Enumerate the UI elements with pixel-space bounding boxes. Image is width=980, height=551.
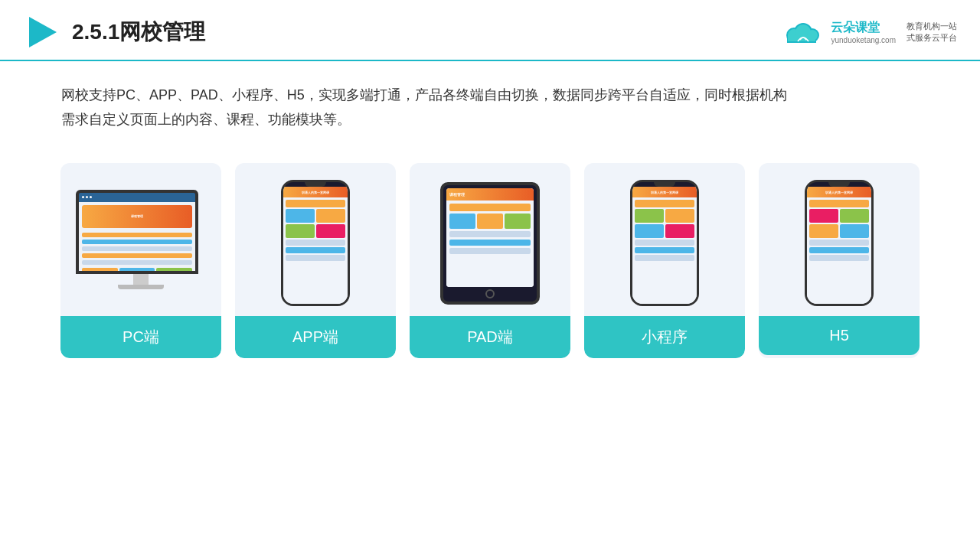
card-miniapp: 职通人的第一堂网课 <box>584 163 745 358</box>
card-pad-image: 课程管理 <box>410 163 570 316</box>
card-app: 职通人的第一堂网课 <box>235 163 396 358</box>
card-pc-label: PC端 <box>60 316 221 358</box>
card-pc-image: 课程管理 <box>60 163 221 316</box>
card-h5: 职通人的第一堂网课 <box>759 163 920 358</box>
description-line1: 网校支持PC、APP、PAD、小程序、H5，实现多端打通，产品各终端自由切换，数… <box>61 83 919 107</box>
cards-section: 课程管理 <box>0 140 980 381</box>
logo-slogan: 教育机构一站 式服务云平台 <box>906 21 957 44</box>
logo-name: 云朵课堂 <box>831 20 896 36</box>
description-area: 网校支持PC、APP、PAD、小程序、H5，实现多端打通，产品各终端自由切换，数… <box>0 61 980 140</box>
header-logo-area: 云朵课堂 yunduoketang.com 教育机构一站 式服务云平台 <box>779 18 957 46</box>
card-h5-label: H5 <box>759 316 920 355</box>
phone-app: 职通人的第一堂网课 <box>281 180 350 306</box>
pc-monitor: 课程管理 <box>76 190 206 297</box>
svg-marker-0 <box>29 17 57 47</box>
card-pad-label: PAD端 <box>410 316 570 358</box>
tablet-pad: 课程管理 <box>440 182 540 305</box>
logo-icon <box>779 18 825 46</box>
description-line2: 需求自定义页面上的内容、课程、功能模块等。 <box>61 107 919 132</box>
page-title: 2.5.1网校管理 <box>72 18 205 47</box>
card-pc: 课程管理 <box>60 163 221 358</box>
play-icon <box>23 14 60 51</box>
phone-miniapp: 职通人的第一堂网课 <box>630 180 699 306</box>
card-pad: 课程管理 PAD端 <box>410 163 570 358</box>
logo-url: yunduoketang.com <box>831 36 896 44</box>
card-app-image: 职通人的第一堂网课 <box>235 163 396 316</box>
phone-h5: 职通人的第一堂网课 <box>805 180 874 306</box>
logo-text-area: 云朵课堂 yunduoketang.com <box>831 20 896 44</box>
card-app-label: APP端 <box>235 316 396 358</box>
card-miniapp-label: 小程序 <box>584 316 745 358</box>
page-header: 2.5.1网校管理 云朵课堂 yunduoketang.com 教育机构一站 式… <box>0 0 980 61</box>
card-h5-image: 职通人的第一堂网课 <box>759 163 920 316</box>
card-miniapp-image: 职通人的第一堂网课 <box>584 163 745 316</box>
header-left: 2.5.1网校管理 <box>23 14 205 51</box>
